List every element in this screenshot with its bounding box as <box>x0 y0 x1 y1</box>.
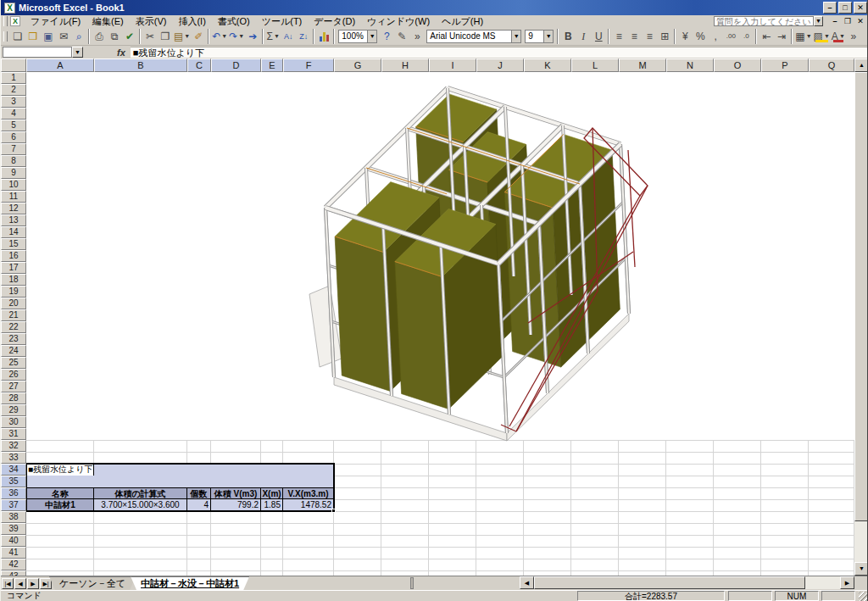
menu-item[interactable]: 書式(O) <box>212 14 256 29</box>
column-header-C[interactable]: C <box>187 58 211 72</box>
format-painter-button[interactable]: ✐ <box>191 29 206 44</box>
menu-item[interactable]: 表示(V) <box>130 14 173 29</box>
menu-item[interactable]: データ(D) <box>308 14 361 29</box>
drawing-button[interactable]: ✎ <box>394 29 409 44</box>
title-bar[interactable]: X Microsoft Excel - Book1 – □ ✕ <box>1 0 868 15</box>
cell-row34[interactable] <box>94 464 187 476</box>
cell-row35[interactable] <box>94 476 187 487</box>
column-header-D[interactable]: D <box>211 58 261 72</box>
scroll-down-icon[interactable]: ▼ <box>854 562 868 576</box>
row-header-41[interactable]: 41 <box>1 547 26 559</box>
vertical-scroll-thumb[interactable] <box>854 72 868 521</box>
fill-color-button[interactable]: ▨▼ <box>813 29 831 44</box>
column-header-P[interactable]: P <box>761 58 809 72</box>
cell-row34[interactable] <box>187 464 211 476</box>
minimize-button[interactable]: – <box>823 2 837 14</box>
align-right-button[interactable]: ≡ <box>642 29 657 44</box>
borders-dropdown-icon[interactable]: ▼ <box>806 33 812 39</box>
undo-button[interactable]: ↶▼ <box>211 29 228 44</box>
scroll-up-icon[interactable]: ▲ <box>854 58 868 72</box>
column-header-H[interactable]: H <box>381 58 429 72</box>
row-header-16[interactable]: 16 <box>1 250 26 262</box>
table-value-cell[interactable]: 1.85 <box>261 499 283 511</box>
row-header-40[interactable]: 40 <box>1 535 26 547</box>
sheet-tab[interactable]: ケーソン－全て <box>49 576 136 590</box>
cell-row34[interactable] <box>211 464 261 476</box>
table-value-cell[interactable]: 3.700×15.000×3.600 <box>94 499 187 511</box>
table-value-cell[interactable]: 中詰材1 <box>26 499 94 511</box>
row-header-23[interactable]: 23 <box>1 333 26 345</box>
row-header-38[interactable]: 38 <box>1 511 26 523</box>
name-box-dropdown-icon[interactable]: ▼ <box>72 47 83 58</box>
paste-button[interactable]: ▤▼ <box>173 29 191 44</box>
italic-button[interactable]: I <box>576 29 591 44</box>
menu-item[interactable]: ウィンドウ(W) <box>361 14 436 29</box>
row-header-25[interactable]: 25 <box>1 357 26 369</box>
workbook-icon[interactable]: X <box>10 16 20 26</box>
row-header-5[interactable]: 5 <box>1 120 26 131</box>
tab-nav-prev-icon[interactable]: ◀ <box>14 578 26 589</box>
chart-wizard-button[interactable] <box>316 29 331 44</box>
column-header-O[interactable]: O <box>714 58 761 72</box>
align-center-button[interactable]: ≡ <box>626 29 642 44</box>
row-header-22[interactable]: 22 <box>1 321 26 333</box>
name-box[interactable] <box>3 47 72 58</box>
increase-indent-button[interactable]: ⇥ <box>774 29 789 44</box>
column-header-A[interactable]: A <box>26 58 94 72</box>
row-header-31[interactable]: 31 <box>1 428 26 440</box>
overflow-chevron-button[interactable]: » <box>409 29 425 44</box>
tab-split-handle[interactable] <box>410 577 414 589</box>
row-header-9[interactable]: 9 <box>1 167 26 179</box>
overflow-chevron-2-button[interactable]: » <box>846 29 861 44</box>
cell-row35[interactable] <box>261 476 283 487</box>
decrease-decimal-button[interactable]: .0 <box>738 29 754 44</box>
column-header-E[interactable]: E <box>261 58 283 72</box>
cut-button[interactable]: ✂ <box>142 29 158 44</box>
autosum-button[interactable]: Σ▼ <box>265 29 281 44</box>
maximize-button[interactable]: □ <box>838 2 852 14</box>
sheet-area[interactable]: ■残留水位より下名称体積の計算式個数体積 V(m3)X(m)V.X(m3.m)中… <box>26 72 854 576</box>
doc-close-button[interactable]: ✕ <box>855 17 865 25</box>
row-header-42[interactable]: 42 <box>1 559 26 570</box>
horizontal-scrollbar[interactable]: ◀ ▶ <box>520 576 854 589</box>
row-header-24[interactable]: 24 <box>1 345 26 357</box>
row-header-28[interactable]: 28 <box>1 392 26 404</box>
bold-button[interactable]: B <box>560 29 576 44</box>
table-value-cell[interactable]: 4 <box>187 499 211 511</box>
underline-button[interactable]: U <box>591 29 606 44</box>
active-cell-a34[interactable]: ■残留水位より下 <box>26 464 94 476</box>
question-input[interactable]: 質問を入力してください <box>714 16 814 26</box>
question-dropdown-icon[interactable]: ▼ <box>814 16 823 26</box>
email-button[interactable]: ✉ <box>56 29 71 44</box>
row-header-10[interactable]: 10 <box>1 179 26 191</box>
decrease-indent-button[interactable]: ⇤ <box>759 29 774 44</box>
row-header-11[interactable]: 11 <box>1 191 26 203</box>
column-header-G[interactable]: G <box>334 58 381 72</box>
percent-style-button[interactable]: % <box>693 29 708 44</box>
zoom-combo[interactable]: 100%▼ <box>338 30 377 43</box>
table-header-cell[interactable]: X(m) <box>261 487 283 499</box>
row-header-15[interactable]: 15 <box>1 238 26 250</box>
zoom-combo-dropdown-icon[interactable]: ▼ <box>367 31 376 42</box>
row-header-17[interactable]: 17 <box>1 262 26 274</box>
row-header-2[interactable]: 2 <box>1 84 26 96</box>
row-header-26[interactable]: 26 <box>1 369 26 381</box>
row-header-13[interactable]: 13 <box>1 214 26 226</box>
tab-nav-last-icon[interactable]: ▶| <box>40 578 52 589</box>
sort-ascending-button[interactable]: A↓ <box>281 29 296 44</box>
copy-button[interactable]: ❐ <box>158 29 173 44</box>
sort-descending-button[interactable]: Z↓ <box>296 29 311 44</box>
horizontal-scroll-thumb[interactable] <box>534 576 805 589</box>
caisson-3d-figure[interactable] <box>298 72 670 449</box>
row-header-36[interactable]: 36 <box>1 487 26 499</box>
column-header-Q[interactable]: Q <box>809 58 854 72</box>
align-left-button[interactable]: ≡ <box>611 29 626 44</box>
row-header-29[interactable]: 29 <box>1 404 26 416</box>
font-combo-dropdown-icon[interactable]: ▼ <box>511 31 520 42</box>
row-header-8[interactable]: 8 <box>1 155 26 167</box>
select-all-corner[interactable] <box>1 58 26 72</box>
row-header-12[interactable]: 12 <box>1 203 26 214</box>
row-header-27[interactable]: 27 <box>1 381 26 392</box>
currency-style-button[interactable]: ¥ <box>677 29 693 44</box>
spelling-button[interactable]: ✔ <box>122 29 137 44</box>
